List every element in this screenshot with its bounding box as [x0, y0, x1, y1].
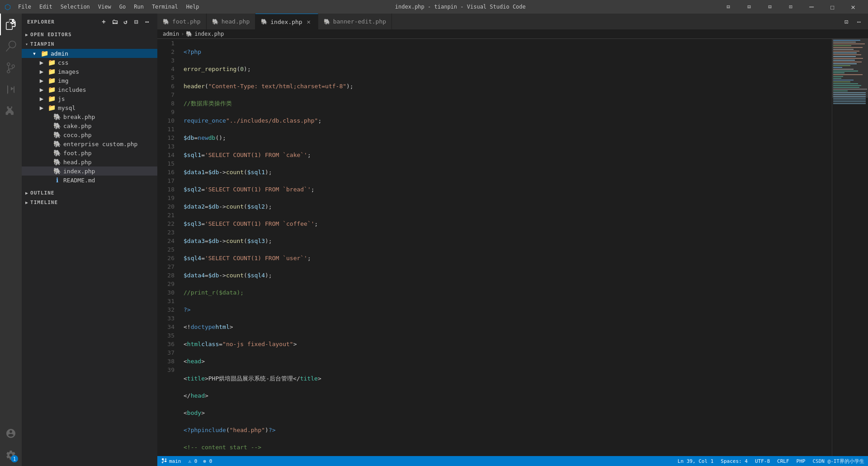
layout-icon2[interactable]: ⊟ — [739, 0, 760, 14]
folder-icon: 📁 — [48, 104, 55, 111]
more-tabs-button[interactable]: ⋯ — [854, 16, 864, 27]
split-editor-button[interactable]: ⊡ — [841, 16, 852, 27]
code-line-7: $sql1='SELECT COUNT(1) FROM `cake`'; — [184, 151, 832, 159]
code-editor[interactable]: <?php error_reporting(0); header("Conten… — [180, 39, 832, 456]
activity-explorer[interactable] — [0, 14, 22, 35]
menu-edit[interactable]: Edit — [36, 3, 56, 11]
php-file-icon: 🐘 — [53, 149, 61, 157]
tab-index-php[interactable]: 🐘 index.php ✕ — [255, 14, 318, 29]
vscode-logo: ⬡ — [5, 3, 11, 11]
svg-rect-34 — [833, 96, 866, 97]
svg-rect-35 — [833, 98, 866, 99]
menu-file[interactable]: File — [14, 3, 35, 11]
php-file-icon: 🐘 — [53, 122, 61, 129]
svg-rect-32 — [833, 92, 866, 93]
menu-terminal[interactable]: Terminal — [148, 3, 182, 11]
open-editors-section[interactable]: ▶ OPEN EDITORS — [22, 30, 157, 39]
chevron-right-icon: ▶ — [38, 95, 45, 102]
activity-scm[interactable] — [0, 57, 22, 79]
menu-help[interactable]: Help — [183, 3, 203, 11]
folder-mysql[interactable]: ▶ 📁 mysql — [22, 103, 157, 112]
folder-img[interactable]: ▶ 📁 img — [22, 76, 157, 85]
layout-icon[interactable]: ⊟ — [718, 0, 739, 14]
menu-selection[interactable]: Selection — [57, 3, 94, 11]
code-line-6: $db=new db(); — [184, 133, 832, 142]
tab-foot-php[interactable]: 🐘 foot.php — [157, 14, 207, 29]
file-readme-md[interactable]: ℹ README.md — [22, 176, 157, 185]
menu-run[interactable]: Run — [130, 3, 147, 11]
activity-settings[interactable]: 1 — [0, 444, 22, 466]
app-body: 1 EXPLORER + 🗂 ↺ ⊟ ⋯ ▶ OPEN EDITORS ▾ TI… — [0, 14, 868, 466]
file-enterprise-php[interactable]: 🐘 enterprise custom.php — [22, 139, 157, 148]
breadcrumb-admin[interactable]: admin — [163, 31, 179, 37]
tianpin-section[interactable]: ▾ TIANPIN — [22, 39, 157, 49]
file-foot-php[interactable]: 🐘 foot.php — [22, 148, 157, 157]
activity-extensions[interactable] — [0, 100, 22, 122]
file-head-php[interactable]: 🐘 head.php — [22, 157, 157, 166]
maximize-button[interactable]: ☐ — [822, 0, 843, 14]
activity-search[interactable] — [0, 35, 22, 57]
file-break-php[interactable]: 🐘 break.php — [22, 112, 157, 121]
status-spaces[interactable]: Spaces: 4 — [717, 456, 751, 466]
php-breadcrumb-icon: 🐘 — [186, 31, 193, 37]
code-line-20: <title>PHP烘培甜品展示系统-后台管理</title> — [184, 374, 832, 383]
refresh-button[interactable]: ↺ — [121, 17, 130, 26]
code-line-4: //数据库类操作类 — [184, 99, 832, 108]
new-folder-button[interactable]: 🗂 — [110, 17, 119, 26]
activity-run[interactable] — [0, 79, 22, 100]
tab-head-php[interactable]: 🐘 head.php — [207, 14, 256, 29]
folder-js[interactable]: ▶ 📁 js — [22, 94, 157, 103]
folder-icon: 📁 — [48, 95, 55, 102]
code-line-14: $data4=$db->count($sql4); — [184, 271, 832, 280]
timeline-chevron: ▶ — [25, 200, 28, 205]
tianpin-chevron: ▾ — [25, 42, 28, 47]
timeline-section[interactable]: ▶ TIMELINE — [22, 198, 157, 207]
status-errors[interactable]: ⚠ 0 ⊗ 0 — [185, 456, 216, 466]
chevron-right-icon: ▶ — [38, 86, 45, 93]
file-coco-php[interactable]: 🐘 coco.php — [22, 130, 157, 139]
chevron-right-icon: ▶ — [38, 77, 45, 84]
code-line-16: ?> — [184, 305, 832, 314]
file-cake-php[interactable]: 🐘 cake.php — [22, 121, 157, 130]
open-editors-chevron: ▶ — [25, 32, 28, 37]
file-index-php[interactable]: 🐘 index.php — [22, 166, 157, 176]
code-line-24: <!-- content start --> — [184, 443, 832, 452]
tab-banner-edit-php[interactable]: 🐘 banner-edit.php — [318, 14, 392, 29]
code-line-19: <head> — [184, 357, 832, 366]
status-encoding[interactable]: UTF-8 — [751, 456, 774, 466]
more-actions-button[interactable]: ⋯ — [143, 17, 152, 26]
folder-css[interactable]: ▶ 📁 css — [22, 58, 157, 67]
activity-account[interactable] — [0, 423, 22, 444]
menu-view[interactable]: View — [94, 3, 115, 11]
layout-icon4[interactable]: ⊡ — [780, 0, 801, 14]
status-position[interactable]: Ln 39, Col 1 — [674, 456, 717, 466]
layout-icon3[interactable]: ⊟ — [760, 0, 780, 14]
php-tab-icon: 🐘 — [163, 19, 170, 25]
svg-rect-33 — [833, 94, 866, 95]
code-line-18: <html class="no-js fixed-layout"> — [184, 340, 832, 348]
minimize-button[interactable]: ─ — [801, 0, 822, 14]
menu-go[interactable]: Go — [116, 3, 129, 11]
outline-section[interactable]: ▶ OUTLINE — [22, 188, 157, 198]
outline-chevron: ▶ — [25, 190, 28, 195]
status-language[interactable]: PHP — [793, 456, 809, 466]
folder-images[interactable]: ▶ 📁 images — [22, 67, 157, 76]
new-file-button[interactable]: + — [99, 17, 108, 26]
sidebar-header-actions: + 🗂 ↺ ⊟ ⋯ — [99, 17, 152, 26]
svg-rect-31 — [832, 39, 868, 98]
status-right: Ln 39, Col 1 Spaces: 4 UTF-8 CRLF PHP CS… — [674, 456, 868, 466]
status-eol[interactable]: CRLF — [774, 456, 793, 466]
folder-admin[interactable]: ▾ 📁 admin — [22, 49, 157, 58]
code-line-3: header("Content-Type: text/html;charset=… — [184, 82, 832, 90]
menu-bar: File Edit Selection View Go Run Terminal… — [14, 3, 203, 11]
tab-close-button[interactable]: ✕ — [305, 18, 312, 25]
collapse-button[interactable]: ⊟ — [132, 17, 141, 26]
folder-includes[interactable]: ▶ 📁 includes — [22, 85, 157, 94]
breadcrumb-file[interactable]: 🐘 index.php — [186, 31, 224, 37]
code-line-13: $sql4='SELECT COUNT(1) FROM `user`'; — [184, 254, 832, 262]
php-file-icon: 🐘 — [53, 167, 61, 175]
php-tab-icon: 🐘 — [212, 19, 219, 25]
php-file-icon: 🐘 — [53, 140, 61, 147]
status-branch[interactable]: main — [157, 456, 185, 466]
close-button[interactable]: ✕ — [843, 0, 863, 14]
